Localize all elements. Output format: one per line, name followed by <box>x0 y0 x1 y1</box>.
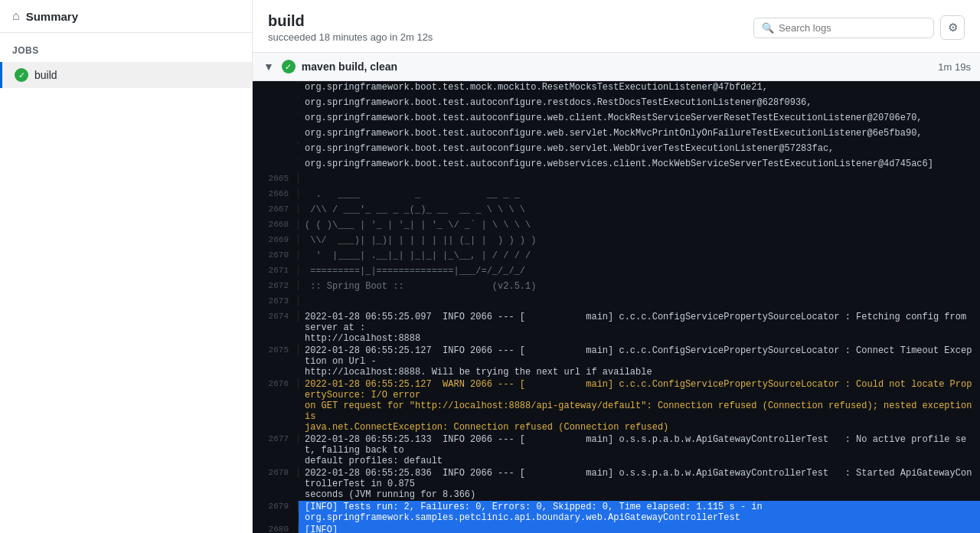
log-line: org.springframework.boot.test.mock.mocki… <box>253 81 980 96</box>
line-number: 2673 <box>253 296 299 306</box>
log-line: 26752022-01-28 06:55:25.127 INFO 2066 --… <box>253 345 980 378</box>
line-number: 2677 <box>253 433 299 444</box>
log-line: org.springframework.boot.test.autoconfig… <box>253 96 980 112</box>
line-number: 2680 <box>253 524 299 533</box>
header-right: 🔍 ⚙ <box>753 15 965 40</box>
line-content: :: Spring Boot :: (v2.5.1) <box>299 280 980 293</box>
log-line: 2669 \\/ ___)| |_)| | | | | || (_| | ) )… <box>253 234 980 250</box>
log-line: 2671 =========|_|==============|___/=/_/… <box>253 265 980 280</box>
line-number: 2679 <box>253 501 299 512</box>
collapse-button[interactable]: ▼ <box>262 59 276 74</box>
line-number <box>253 142 299 144</box>
line-number: 2672 <box>253 280 299 291</box>
log-line: org.springframework.boot.test.autoconfig… <box>253 127 980 142</box>
search-input[interactable] <box>779 22 926 34</box>
line-number <box>253 127 299 129</box>
log-line: 2670 ' |____| .__|_| |_|_| |_\__, | / / … <box>253 250 980 265</box>
line-content: org.springframework.boot.test.autoconfig… <box>299 142 980 155</box>
search-box[interactable]: 🔍 <box>753 18 934 38</box>
line-content: 2022-01-28 06:55:25.836 INFO 2066 --- [ … <box>299 467 980 501</box>
log-line: 2665 <box>253 173 980 188</box>
line-content: . ____ _ __ _ _ <box>299 188 980 201</box>
line-number <box>253 96 299 98</box>
line-content: org.springframework.boot.test.autoconfig… <box>299 96 980 109</box>
line-content: [INFO] Tests run: 2, Failures: 0, Errors… <box>299 501 980 524</box>
line-number <box>253 112 299 113</box>
log-line: 26772022-01-28 06:55:25.133 INFO 2066 --… <box>253 433 980 467</box>
line-content: org.springframework.boot.test.autoconfig… <box>299 112 980 124</box>
build-status-icon: ✓ <box>15 68 28 82</box>
main-panel: build succeeded 18 minutes ago in 2m 12s… <box>253 0 980 533</box>
line-content: org.springframework.boot.test.autoconfig… <box>299 127 980 139</box>
log-line: 2679[INFO] Tests run: 2, Failures: 0, Er… <box>253 501 980 524</box>
line-number: 2676 <box>253 378 299 389</box>
line-content: =========|_|==============|___/=/_/_/_/ <box>299 265 980 277</box>
line-number: 2667 <box>253 204 299 214</box>
log-area[interactable]: org.springframework.boot.test.mock.mocki… <box>253 81 980 533</box>
line-number: 2675 <box>253 345 299 355</box>
home-icon: ⌂ <box>12 9 20 23</box>
line-number <box>253 81 299 83</box>
build-subtitle: succeeded 18 minutes ago in 2m 12s <box>268 31 433 43</box>
build-label: build <box>34 69 57 81</box>
job-section-header: ▼ ✓ maven build, clean 1m 19s <box>253 53 980 81</box>
page-title: build <box>268 12 433 30</box>
line-content: org.springframework.boot.test.autoconfig… <box>299 158 980 170</box>
main-header: build succeeded 18 minutes ago in 2m 12s… <box>253 0 980 53</box>
sidebar-summary[interactable]: ⌂ Summary <box>0 0 252 33</box>
gear-icon: ⚙ <box>948 21 958 34</box>
line-number: 2674 <box>253 311 299 322</box>
line-number: 2666 <box>253 188 299 199</box>
log-line: org.springframework.boot.test.autoconfig… <box>253 112 980 127</box>
log-line: 2673 <box>253 296 980 311</box>
job-duration: 1m 19s <box>938 61 971 73</box>
header-left: build succeeded 18 minutes ago in 2m 12s <box>268 12 433 43</box>
line-content: 2022-01-28 06:55:25.097 INFO 2066 --- [ … <box>299 311 980 345</box>
sidebar-item-build[interactable]: ✓ build <box>0 62 252 88</box>
line-content: 2022-01-28 06:55:25.127 WARN 2066 --- [ … <box>299 378 980 433</box>
jobs-section-label: Jobs <box>0 33 252 62</box>
log-line: 2667 /\\ / ___'_ __ _ _(_)_ __ __ _ \ \ … <box>253 204 980 219</box>
settings-button[interactable]: ⚙ <box>940 15 965 40</box>
line-content: [INFO] <box>299 524 980 533</box>
line-number <box>253 158 299 159</box>
sidebar: ⌂ Summary Jobs ✓ build <box>0 0 253 533</box>
line-number: 2671 <box>253 265 299 276</box>
line-content: 2022-01-28 06:55:25.133 INFO 2066 --- [ … <box>299 433 980 467</box>
job-status-icon: ✓ <box>282 60 296 74</box>
line-content: org.springframework.boot.test.mock.mocki… <box>299 81 980 93</box>
log-line: 2668( ( )\___ | '_ | '_| | '_ \/ _` | \ … <box>253 219 980 234</box>
log-line: 26742022-01-28 06:55:25.097 INFO 2066 --… <box>253 311 980 345</box>
log-line: 2672 :: Spring Boot :: (v2.5.1) <box>253 280 980 296</box>
line-number: 2668 <box>253 219 299 230</box>
line-number: 2670 <box>253 250 299 260</box>
line-content: ' |____| .__|_| |_|_| |_\__, | / / / / <box>299 250 980 262</box>
log-line: 26782022-01-28 06:55:25.836 INFO 2066 --… <box>253 467 980 501</box>
log-line: 2666 . ____ _ __ _ _ <box>253 188 980 204</box>
log-line: 2680[INFO] <box>253 524 980 533</box>
line-content: \\/ ___)| |_)| | | | | || (_| | ) ) ) ) <box>299 234 980 247</box>
line-content <box>299 296 980 297</box>
line-content: /\\ / ___'_ __ _ _(_)_ __ __ _ \ \ \ \ <box>299 204 980 216</box>
line-content: 2022-01-28 06:55:25.127 INFO 2066 --- [ … <box>299 345 980 378</box>
line-number: 2665 <box>253 173 299 184</box>
search-icon: 🔍 <box>762 22 774 34</box>
log-line: org.springframework.boot.test.autoconfig… <box>253 158 980 173</box>
line-number: 2669 <box>253 234 299 245</box>
log-line: org.springframework.boot.test.autoconfig… <box>253 142 980 158</box>
log-line: 26762022-01-28 06:55:25.127 WARN 2066 --… <box>253 378 980 433</box>
line-number: 2678 <box>253 467 299 478</box>
summary-label: Summary <box>26 10 78 23</box>
job-name: maven build, clean <box>302 60 933 73</box>
line-content: ( ( )\___ | '_ | '_| | '_ \/ _` | \ \ \ … <box>299 219 980 231</box>
line-content <box>299 173 980 175</box>
